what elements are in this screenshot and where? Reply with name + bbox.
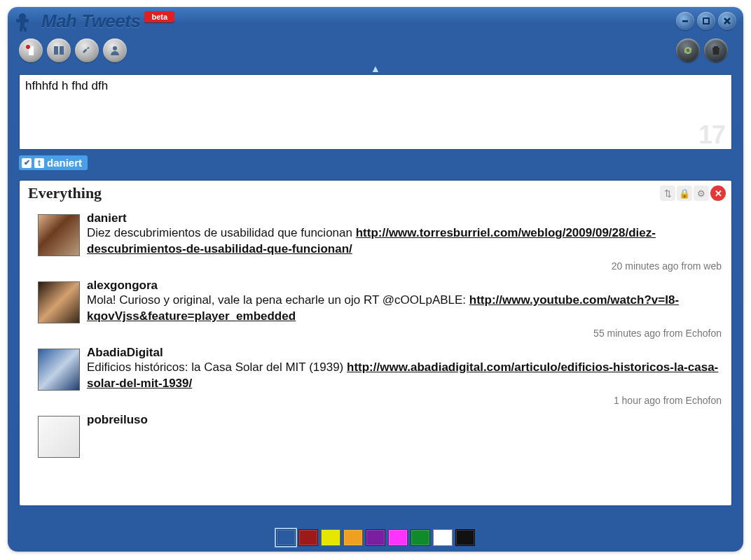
account-checkbox[interactable]: ✔: [22, 158, 32, 168]
trash-button[interactable]: [704, 38, 728, 62]
filter-button[interactable]: ⚙: [694, 186, 709, 201]
tweet-body: pobreiluso: [87, 413, 726, 458]
char-counter: 17: [698, 120, 725, 150]
tweet-meta: 55 minutes ago from Echofon: [87, 328, 722, 339]
wrench-icon: [81, 44, 93, 57]
color-swatch-bar: [8, 529, 743, 546]
sort-button[interactable]: ⇅: [660, 186, 675, 201]
tweet-username[interactable]: daniert: [87, 211, 726, 225]
avatar[interactable]: [38, 281, 80, 323]
avatar[interactable]: [38, 349, 80, 391]
beta-badge: beta: [144, 11, 174, 22]
tweet-item[interactable]: alexgongoraMola! Curioso y original, val…: [24, 274, 729, 342]
account-username: daniert: [47, 157, 82, 169]
tweet-meta: 20 minutes ago from web: [87, 260, 722, 272]
user-icon: [109, 44, 121, 57]
color-swatch[interactable]: [321, 529, 340, 546]
compose-area: 17 ✔ t daniert: [19, 74, 732, 170]
tweet-link[interactable]: http://www.torresburriel.com/weblog/2009…: [87, 226, 656, 255]
color-swatch[interactable]: [298, 529, 318, 546]
tweet-link[interactable]: http://www.youtube.com/watch?v=I8-kqovVj…: [87, 293, 679, 323]
tweet-item[interactable]: daniertDiez descubrimientos de usabilida…: [24, 207, 729, 274]
color-swatch[interactable]: [388, 529, 408, 546]
app-title: Mah Tweets: [41, 10, 140, 32]
tweet-body: AbadiaDigitalEdificios históricos: la Ca…: [87, 346, 726, 407]
accounts-button[interactable]: [103, 38, 127, 62]
main-toolbar: [8, 34, 743, 67]
panel-title: Everything: [28, 184, 102, 202]
tweet-body: alexgongoraMola! Curioso y original, val…: [87, 279, 726, 340]
svg-point-8: [26, 45, 30, 49]
refresh-button[interactable]: [676, 38, 700, 62]
color-swatch[interactable]: [366, 529, 385, 546]
twitter-icon: t: [34, 158, 44, 168]
window-controls: [676, 12, 736, 30]
color-swatch[interactable]: [455, 529, 475, 546]
svg-rect-5: [682, 20, 688, 22]
tweet-username[interactable]: AbadiaDigital: [87, 346, 726, 360]
collapse-compose-toggle[interactable]: ▲: [8, 63, 743, 74]
svg-rect-6: [703, 18, 709, 24]
app-window: Mah Tweets beta ▲ 17 ✔ t daniert: [8, 7, 743, 552]
color-swatch[interactable]: [276, 529, 296, 546]
avatar[interactable]: [38, 416, 80, 458]
titlebar: Mah Tweets beta: [8, 7, 743, 34]
tweet-username[interactable]: pobreiluso: [87, 413, 726, 427]
close-panel-button[interactable]: ✕: [710, 186, 726, 201]
svg-rect-3: [20, 27, 22, 31]
lock-button[interactable]: 🔒: [677, 186, 692, 201]
color-swatch[interactable]: [411, 529, 430, 546]
feed-scroll[interactable]: daniertDiez descubrimientos de usabilida…: [20, 206, 731, 505]
tweet-item[interactable]: pobreiluso: [24, 409, 729, 459]
columns-button[interactable]: [47, 38, 71, 62]
tweet-text: Diez descubrimientos de usabilidad que f…: [87, 225, 726, 258]
tweet-meta: 1 hour ago from Echofon: [87, 395, 722, 406]
tweet-text: Mola! Curioso y original, vale la pena e…: [87, 293, 726, 325]
svg-point-11: [113, 46, 117, 50]
new-tweet-button[interactable]: [19, 38, 43, 62]
tweet-body: daniertDiez descubrimientos de usabilida…: [87, 211, 726, 273]
maximize-button[interactable]: [697, 12, 715, 30]
svg-rect-4: [24, 27, 27, 31]
account-chip[interactable]: ✔ t daniert: [19, 155, 88, 170]
tweet-username[interactable]: alexgongora: [87, 279, 726, 293]
app-logo-icon: [13, 10, 37, 31]
app-logo: Mah Tweets: [13, 10, 140, 32]
color-swatch[interactable]: [433, 529, 453, 546]
minimize-button[interactable]: [676, 12, 694, 30]
account-selector-row: ✔ t daniert: [19, 155, 732, 170]
feed-panel: Everything ⇅ 🔒 ⚙ ✕ daniertDiez descubrim…: [19, 180, 732, 506]
svg-rect-10: [60, 46, 64, 55]
svg-rect-2: [16, 19, 29, 22]
panel-header: Everything ⇅ 🔒 ⚙ ✕: [20, 181, 731, 206]
tweet-text: Edificios históricos: la Casa Solar del …: [87, 360, 726, 392]
avatar[interactable]: [38, 214, 80, 256]
color-swatch[interactable]: [343, 529, 363, 546]
settings-button[interactable]: [75, 38, 99, 62]
tweet-item[interactable]: AbadiaDigitalEdificios históricos: la Ca…: [24, 342, 729, 409]
compose-input[interactable]: [19, 74, 732, 150]
trash-icon: [710, 44, 722, 57]
close-button[interactable]: [718, 12, 736, 30]
refresh-icon: [682, 44, 694, 57]
tweet-link[interactable]: http://www.abadiadigital.com/articulo/ed…: [87, 360, 718, 390]
svg-rect-9: [54, 46, 58, 55]
panel-tools: ⇅ 🔒 ⚙ ✕: [660, 186, 726, 201]
